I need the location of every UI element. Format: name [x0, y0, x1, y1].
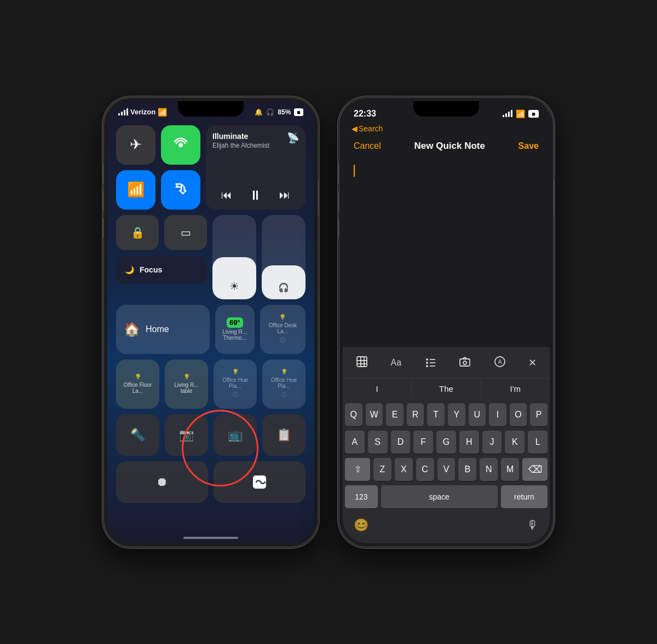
- home-widget[interactable]: 🏠 Home: [116, 305, 210, 354]
- flashlight-btn[interactable]: 🔦: [116, 414, 159, 456]
- hue2-label: Office Hue Pla...: [266, 377, 302, 389]
- wifi-toggle-icon: 📶: [127, 181, 145, 198]
- notes-app: 22:33 📶 ■ ◀: [343, 101, 550, 543]
- quick-note-btn[interactable]: [214, 461, 306, 503]
- key-f[interactable]: F: [413, 431, 433, 454]
- focus-label: Focus: [140, 265, 162, 274]
- return-key[interactable]: return: [501, 485, 548, 508]
- toggles-group: ✈: [116, 125, 200, 210]
- key-c[interactable]: C: [416, 458, 434, 481]
- brightness-slider[interactable]: ☀: [212, 215, 256, 299]
- key-m[interactable]: M: [501, 458, 519, 481]
- volume-slider[interactable]: 🎧: [262, 215, 306, 299]
- notch-right: [413, 101, 479, 117]
- camera-btn[interactable]: 📷: [165, 414, 208, 456]
- key-r[interactable]: R: [407, 403, 424, 426]
- toggle-row-1: ✈: [116, 125, 200, 165]
- pause-button[interactable]: ⏸: [249, 188, 262, 203]
- shift-key[interactable]: ⇧: [345, 458, 370, 481]
- key-q[interactable]: Q: [345, 403, 362, 426]
- key-z[interactable]: Z: [373, 458, 391, 481]
- rotation-lock-btn[interactable]: 🔒: [116, 215, 159, 250]
- key-i[interactable]: I: [489, 403, 506, 426]
- next-button[interactable]: ⏭: [279, 189, 290, 201]
- notes-time: 22:33: [354, 109, 376, 119]
- key-x[interactable]: X: [395, 458, 413, 481]
- np-text: Illuminate Elijah the Alchemist: [212, 132, 269, 149]
- key-l[interactable]: L: [528, 431, 548, 454]
- info-icon: ⓘ: [280, 336, 285, 344]
- key-b[interactable]: B: [458, 458, 476, 481]
- emoji-button[interactable]: 😊: [354, 518, 368, 532]
- thermostat-widget[interactable]: 69° Living R... Thermo...: [215, 305, 255, 354]
- key-a[interactable]: A: [345, 431, 365, 454]
- save-button[interactable]: Save: [518, 141, 539, 151]
- svg-rect-1: [253, 475, 266, 489]
- svg-rect-13: [460, 359, 470, 366]
- keyboard-row-2: A S D F G H J K L: [345, 431, 548, 454]
- table-lamp-widget[interactable]: 💡 Living R... table: [165, 359, 208, 409]
- camera-icon: [459, 356, 471, 368]
- hue2-widget[interactable]: 💡 Office Hue Pla... ⓘ: [262, 359, 306, 409]
- key-w[interactable]: W: [366, 403, 383, 426]
- table-lamp-icon: 💡: [183, 374, 190, 380]
- home-label: Home: [146, 324, 169, 334]
- remote-btn[interactable]: 📺: [214, 414, 257, 456]
- key-d[interactable]: D: [391, 431, 411, 454]
- screen-mirror-btn[interactable]: ▭: [164, 215, 207, 250]
- cellular-toggle[interactable]: [161, 125, 200, 165]
- desk-lamp-widget[interactable]: 💡 Office Desk La... ⓘ: [260, 305, 306, 354]
- delete-key[interactable]: ⌫: [522, 458, 548, 481]
- bluetooth-toggle[interactable]: ⮷: [161, 170, 200, 210]
- pred-word-2[interactable]: The: [412, 379, 481, 399]
- key-j[interactable]: J: [482, 431, 502, 454]
- key-h[interactable]: H: [459, 431, 479, 454]
- top-row: ✈: [116, 125, 306, 210]
- now-playing-widget[interactable]: Illuminate Elijah the Alchemist 📡 ⏮ ⏸ ⏭: [206, 125, 306, 210]
- focus-btn[interactable]: 🌙 Focus: [116, 256, 207, 284]
- key-n[interactable]: N: [480, 458, 498, 481]
- key-g[interactable]: G: [436, 431, 456, 454]
- camera-toolbar-btn[interactable]: [457, 353, 473, 373]
- cancel-button[interactable]: Cancel: [354, 141, 381, 151]
- key-y[interactable]: Y: [448, 403, 465, 426]
- svg-rect-2: [357, 357, 367, 367]
- key-k[interactable]: K: [505, 431, 525, 454]
- thermostat-label: Living R... Thermo...: [215, 329, 255, 341]
- mic-button[interactable]: 🎙: [527, 518, 539, 532]
- wifi-toggle[interactable]: 📶: [116, 170, 155, 210]
- hue1-widget[interactable]: 💡 Office Hue Pla... ⓘ: [214, 359, 257, 409]
- record-icon: ⏺: [156, 475, 168, 489]
- back-button[interactable]: ◀ Search: [351, 124, 383, 133]
- notes-editor[interactable]: [343, 156, 550, 347]
- status-right: 🔔 🎧 85% ■: [255, 108, 303, 116]
- numbers-key[interactable]: 123: [345, 485, 378, 508]
- key-s[interactable]: S: [368, 431, 388, 454]
- screen-record-btn[interactable]: ⏺: [116, 461, 208, 503]
- key-u[interactable]: U: [469, 403, 486, 426]
- alarm-icon: 🔔: [255, 108, 263, 116]
- markup-toolbar-btn[interactable]: A: [492, 353, 508, 373]
- pred-word-1[interactable]: I: [343, 379, 412, 399]
- prev-button[interactable]: ⏮: [221, 189, 232, 201]
- np-controls: ⏮ ⏸ ⏭: [212, 188, 299, 203]
- key-t[interactable]: T: [427, 403, 445, 426]
- floor-lamp-icon: 💡: [135, 374, 141, 380]
- notes-toolbar: Aa: [343, 347, 550, 378]
- pred-word-3[interactable]: I'm: [481, 379, 550, 399]
- floor-lamp-widget[interactable]: 💡 Office Floor La...: [116, 359, 159, 409]
- key-v[interactable]: V: [437, 458, 456, 481]
- close-toolbar-btn[interactable]: ✕: [526, 355, 539, 371]
- list-toolbar-btn[interactable]: [422, 353, 439, 373]
- format-toolbar-btn[interactable]: Aa: [388, 356, 404, 370]
- airplane-toggle[interactable]: ✈: [116, 125, 155, 165]
- notes-addon-btn[interactable]: 📋: [262, 414, 306, 456]
- table-toolbar-btn[interactable]: [354, 353, 370, 373]
- space-key[interactable]: space: [381, 485, 498, 508]
- key-o[interactable]: O: [510, 403, 527, 426]
- svg-point-7: [426, 358, 428, 361]
- key-e[interactable]: E: [386, 403, 404, 426]
- airplay-icon[interactable]: 📡: [287, 132, 299, 144]
- key-p[interactable]: P: [530, 403, 548, 426]
- keyboard-row-3: ⇧ Z X C V B N M ⌫: [345, 458, 548, 481]
